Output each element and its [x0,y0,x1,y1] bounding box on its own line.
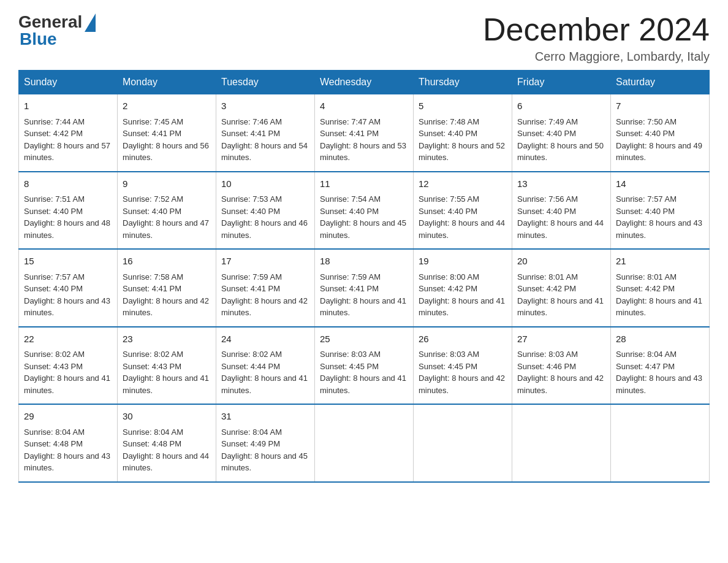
day-info: Sunrise: 7:53 AMSunset: 4:40 PMDaylight:… [221,193,309,241]
day-info: Sunrise: 8:00 AMSunset: 4:42 PMDaylight:… [419,271,507,319]
calendar-cell: 5Sunrise: 7:48 AMSunset: 4:40 PMDaylight… [414,94,512,172]
day-number: 5 [419,99,507,113]
day-info: Sunrise: 8:02 AMSunset: 4:44 PMDaylight:… [221,348,309,396]
calendar-cell: 14Sunrise: 7:57 AMSunset: 4:40 PMDayligh… [611,172,710,250]
calendar-cell: 8Sunrise: 7:51 AMSunset: 4:40 PMDaylight… [19,172,118,250]
header-tuesday: Tuesday [216,71,315,94]
day-number: 31 [221,410,309,424]
day-info: Sunrise: 7:55 AMSunset: 4:40 PMDaylight:… [419,193,507,241]
calendar-cell: 22Sunrise: 8:02 AMSunset: 4:43 PMDayligh… [19,327,118,405]
calendar-cell: 3Sunrise: 7:46 AMSunset: 4:41 PMDaylight… [216,94,315,172]
calendar-cell: 24Sunrise: 8:02 AMSunset: 4:44 PMDayligh… [216,327,315,405]
day-number: 6 [517,99,605,113]
day-info: Sunrise: 8:04 AMSunset: 4:48 PMDaylight:… [24,426,112,474]
calendar-cell: 21Sunrise: 8:01 AMSunset: 4:42 PMDayligh… [611,249,710,327]
day-number: 4 [320,99,408,113]
header-sunday: Sunday [19,71,118,94]
day-number: 27 [517,332,605,347]
day-info: Sunrise: 7:58 AMSunset: 4:41 PMDaylight:… [123,271,211,319]
day-number: 29 [24,410,112,424]
calendar-week-row: 1Sunrise: 7:44 AMSunset: 4:42 PMDaylight… [19,94,710,172]
day-info: Sunrise: 8:04 AMSunset: 4:47 PMDaylight:… [616,348,704,396]
day-info: Sunrise: 7:59 AMSunset: 4:41 PMDaylight:… [320,271,408,319]
calendar-cell [414,404,512,482]
day-number: 7 [616,99,704,113]
day-info: Sunrise: 7:57 AMSunset: 4:40 PMDaylight:… [24,271,112,319]
day-info: Sunrise: 8:02 AMSunset: 4:43 PMDaylight:… [24,348,112,396]
day-info: Sunrise: 8:02 AMSunset: 4:43 PMDaylight:… [123,348,211,396]
calendar-cell: 17Sunrise: 7:59 AMSunset: 4:41 PMDayligh… [216,249,315,327]
calendar-cell [512,404,611,482]
calendar-week-row: 15Sunrise: 7:57 AMSunset: 4:40 PMDayligh… [19,249,710,327]
header-saturday: Saturday [611,71,710,94]
day-info: Sunrise: 7:51 AMSunset: 4:40 PMDaylight:… [24,193,112,241]
day-number: 14 [616,177,704,191]
day-number: 28 [616,332,704,347]
calendar-cell [611,404,710,482]
day-info: Sunrise: 7:56 AMSunset: 4:40 PMDaylight:… [517,193,605,241]
day-number: 10 [221,177,309,191]
calendar-cell: 20Sunrise: 8:01 AMSunset: 4:42 PMDayligh… [512,249,611,327]
calendar-cell: 30Sunrise: 8:04 AMSunset: 4:48 PMDayligh… [118,404,216,482]
day-info: Sunrise: 8:03 AMSunset: 4:45 PMDaylight:… [419,348,507,396]
day-info: Sunrise: 7:54 AMSunset: 4:40 PMDaylight:… [320,193,408,241]
day-info: Sunrise: 7:47 AMSunset: 4:41 PMDaylight:… [320,116,408,164]
calendar-cell: 1Sunrise: 7:44 AMSunset: 4:42 PMDaylight… [19,94,118,172]
header-wednesday: Wednesday [315,71,414,94]
day-info: Sunrise: 7:59 AMSunset: 4:41 PMDaylight:… [221,271,309,319]
header-thursday: Thursday [414,71,512,94]
day-info: Sunrise: 8:03 AMSunset: 4:45 PMDaylight:… [320,348,408,396]
calendar-cell: 6Sunrise: 7:49 AMSunset: 4:40 PMDaylight… [512,94,611,172]
day-info: Sunrise: 7:50 AMSunset: 4:40 PMDaylight:… [616,116,704,164]
day-number: 22 [24,332,112,347]
day-number: 30 [123,410,211,424]
location: Cerro Maggiore, Lombardy, Italy [483,50,710,64]
day-info: Sunrise: 8:01 AMSunset: 4:42 PMDaylight:… [517,271,605,319]
calendar-cell: 7Sunrise: 7:50 AMSunset: 4:40 PMDaylight… [611,94,710,172]
day-number: 17 [221,255,309,269]
calendar-cell: 15Sunrise: 7:57 AMSunset: 4:40 PMDayligh… [19,249,118,327]
day-info: Sunrise: 8:03 AMSunset: 4:46 PMDaylight:… [517,348,605,396]
month-title: December 2024 [483,12,710,47]
day-number: 9 [123,177,211,191]
day-number: 3 [221,99,309,113]
day-number: 23 [123,332,211,347]
day-number: 2 [123,99,211,113]
calendar-cell: 9Sunrise: 7:52 AMSunset: 4:40 PMDaylight… [118,172,216,250]
day-number: 1 [24,99,112,113]
page-header: General Blue December 2024 Cerro Maggior… [18,12,710,64]
day-info: Sunrise: 7:46 AMSunset: 4:41 PMDaylight:… [221,116,309,164]
logo-triangle-icon [85,13,96,32]
day-info: Sunrise: 7:57 AMSunset: 4:40 PMDaylight:… [616,193,704,241]
day-info: Sunrise: 7:49 AMSunset: 4:40 PMDaylight:… [517,116,605,164]
day-number: 8 [24,177,112,191]
day-number: 25 [320,332,408,347]
calendar-cell: 12Sunrise: 7:55 AMSunset: 4:40 PMDayligh… [414,172,512,250]
calendar-table: SundayMondayTuesdayWednesdayThursdayFrid… [18,70,710,483]
day-number: 20 [517,255,605,269]
day-info: Sunrise: 7:45 AMSunset: 4:41 PMDaylight:… [123,116,211,164]
calendar-cell: 13Sunrise: 7:56 AMSunset: 4:40 PMDayligh… [512,172,611,250]
day-info: Sunrise: 8:04 AMSunset: 4:48 PMDaylight:… [123,426,211,474]
calendar-cell: 23Sunrise: 8:02 AMSunset: 4:43 PMDayligh… [118,327,216,405]
day-info: Sunrise: 7:48 AMSunset: 4:40 PMDaylight:… [419,116,507,164]
calendar-cell: 2Sunrise: 7:45 AMSunset: 4:41 PMDaylight… [118,94,216,172]
logo: General Blue [18,12,96,49]
header-friday: Friday [512,71,611,94]
day-number: 12 [419,177,507,191]
calendar-cell: 16Sunrise: 7:58 AMSunset: 4:41 PMDayligh… [118,249,216,327]
day-number: 24 [221,332,309,347]
calendar-cell: 28Sunrise: 8:04 AMSunset: 4:47 PMDayligh… [611,327,710,405]
calendar-cell: 18Sunrise: 7:59 AMSunset: 4:41 PMDayligh… [315,249,414,327]
logo-blue-text: Blue [18,29,57,49]
day-number: 16 [123,255,211,269]
calendar-cell [315,404,414,482]
calendar-cell: 10Sunrise: 7:53 AMSunset: 4:40 PMDayligh… [216,172,315,250]
title-section: December 2024 Cerro Maggiore, Lombardy, … [483,12,710,64]
day-number: 15 [24,255,112,269]
day-number: 18 [320,255,408,269]
calendar-week-row: 8Sunrise: 7:51 AMSunset: 4:40 PMDaylight… [19,172,710,250]
calendar-cell: 25Sunrise: 8:03 AMSunset: 4:45 PMDayligh… [315,327,414,405]
calendar-cell: 4Sunrise: 7:47 AMSunset: 4:41 PMDaylight… [315,94,414,172]
day-number: 26 [419,332,507,347]
